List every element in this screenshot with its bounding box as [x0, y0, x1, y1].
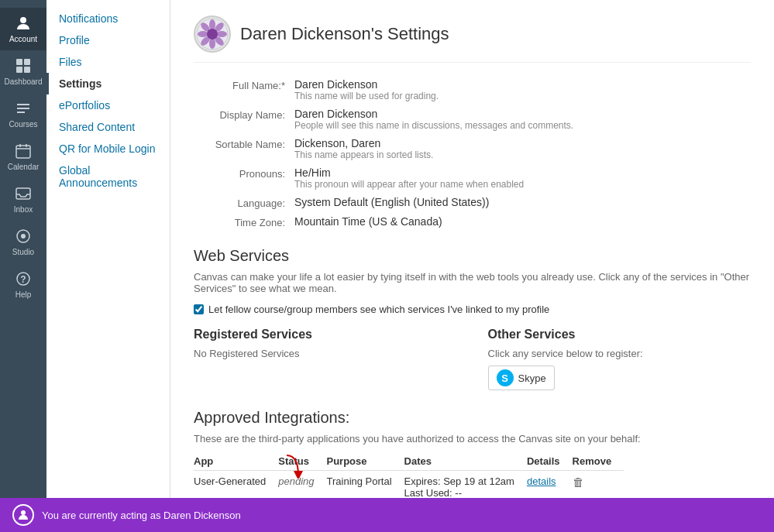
displayname-label: Display Name: [194, 108, 294, 131]
nav-account-label: Account [9, 35, 37, 44]
sortablename-label: Sortable Name: [194, 137, 294, 160]
svg-rect-8 [16, 188, 30, 199]
field-fullname: Full Name:* Daren Dickenson This name wi… [194, 78, 751, 101]
nav-rail-courses[interactable]: Courses [0, 93, 46, 136]
col-purpose: Purpose [327, 452, 404, 471]
nav-calendar-label: Calendar [8, 163, 40, 172]
cell-remove: 🗑 [573, 471, 624, 499]
last-used-text: Last Used: -- [404, 487, 514, 498]
svg-rect-3 [16, 67, 22, 73]
col-remove: Remove [573, 452, 624, 471]
field-displayname: Display Name: Daren Dickenson People wil… [194, 108, 751, 131]
dashboard-icon [14, 57, 33, 75]
other-services-title: Other Services [488, 328, 752, 342]
avatar [194, 15, 231, 53]
timezone-value: Mountain Time (US & Canada) [294, 215, 751, 228]
nav-rail-inbox[interactable]: Inbox [0, 178, 46, 221]
integrations-title: Approved Integrations: [194, 409, 751, 427]
integrations-table: App Status Purpose Dates Details Remove … [194, 452, 624, 498]
svg-rect-5 [16, 146, 30, 158]
web-services-section: Web Services Canvas can make your life a… [194, 247, 751, 390]
nav-courses-label: Courses [9, 120, 37, 129]
web-services-checkbox-row: Let fellow course/group members see whic… [194, 304, 751, 315]
nav-rail-help[interactable]: ? Help [0, 263, 46, 306]
pronouns-value: He/Him This pronoun will appear after yo… [294, 166, 751, 190]
registered-services-col: Registered Services No Registered Servic… [194, 328, 457, 390]
svg-text:?: ? [20, 274, 26, 285]
cell-dates: Expires: Sep 19 at 12am Last Used: -- [404, 471, 527, 499]
svg-point-14 [209, 19, 215, 30]
svg-rect-6 [19, 144, 21, 147]
web-services-checkbox-label: Let fellow course/group members see whic… [208, 304, 549, 315]
svg-rect-4 [24, 67, 30, 73]
svg-point-23 [21, 510, 26, 515]
table-row: User-Generated [194, 471, 624, 499]
bottom-bar-icon [12, 504, 34, 526]
sidebar-item-shared-content[interactable]: Shared Content [46, 116, 170, 138]
svg-rect-1 [16, 59, 22, 65]
svg-point-15 [209, 38, 215, 49]
delete-icon[interactable]: 🗑 [573, 475, 584, 489]
registered-services-title: Registered Services [194, 328, 457, 342]
nav-inbox-label: Inbox [14, 205, 33, 215]
courses-icon [14, 99, 33, 118]
nav-dashboard-label: Dashboard [5, 77, 43, 87]
svg-point-22 [207, 29, 218, 39]
sidebar-item-notifications[interactable]: Notifications [46, 8, 170, 29]
timezone-label: Time Zone: [194, 215, 294, 228]
nav-help-label: Help [15, 290, 32, 300]
svg-rect-7 [26, 144, 27, 147]
svg-rect-2 [24, 59, 30, 65]
svg-point-16 [198, 31, 208, 37]
bottom-bar: You are currently acting as Daren Dicken… [0, 498, 774, 532]
calendar-icon [14, 142, 33, 160]
skype-icon: S [497, 369, 514, 386]
sidebar-item-qr-mobile[interactable]: QR for Mobile Login [46, 138, 170, 160]
expires-text: Expires: Sep 19 at 12am [404, 475, 514, 487]
web-services-title: Web Services [194, 247, 751, 265]
web-services-checkbox[interactable] [194, 304, 204, 314]
col-app: App [194, 452, 278, 471]
nav-rail: Account Dashboard Courses Calendar Inbox [0, 0, 46, 498]
main-content: Daren Dickenson's Settings Full Name:* D… [170, 0, 774, 498]
inbox-icon [14, 184, 33, 203]
language-label: Language: [194, 196, 294, 209]
sortablename-value: Dickenson, Daren This name appears in so… [294, 137, 751, 160]
nav-rail-dashboard[interactable]: Dashboard [0, 50, 46, 93]
field-sortablename: Sortable Name: Dickenson, Daren This nam… [194, 137, 751, 160]
cell-status: pending [278, 471, 326, 499]
sidebar-item-settings[interactable]: Settings [46, 73, 170, 94]
fullname-value: Daren Dickenson This name will be used f… [294, 78, 751, 101]
displayname-value: Daren Dickenson People will see this nam… [294, 108, 751, 131]
integrations-section: Approved Integrations: These are the thi… [194, 409, 751, 498]
web-services-desc: Canvas can make your life a lot easier b… [194, 271, 751, 294]
web-services-columns: Registered Services No Registered Servic… [194, 328, 751, 390]
field-timezone: Time Zone: Mountain Time (US & Canada) [194, 215, 751, 228]
cell-app: User-Generated [194, 471, 278, 499]
details-link[interactable]: details [527, 475, 556, 487]
other-services-sub: Click any service below to register: [488, 348, 752, 359]
sidebar-item-eportfolios[interactable]: ePortfolios [46, 94, 170, 116]
integrations-desc: These are the third-party applications y… [194, 433, 751, 444]
sidebar-item-global-announcements[interactable]: Global Announcements [46, 160, 170, 194]
field-language: Language: System Default (English (Unite… [194, 196, 751, 209]
nav-rail-account[interactable]: Account [0, 8, 46, 50]
help-icon: ? [14, 269, 33, 288]
skype-label: Skype [518, 372, 546, 384]
sidebar: Notifications Profile Files Settings ePo… [46, 0, 170, 498]
nav-studio-label: Studio [12, 248, 34, 257]
svg-point-17 [216, 31, 227, 37]
bottom-bar-text: You are currently acting as Daren Dicken… [42, 510, 241, 521]
nav-rail-calendar[interactable]: Calendar [0, 136, 46, 178]
language-value: System Default (English (United States)) [294, 196, 751, 209]
profile-fields: Full Name:* Daren Dickenson This name wi… [194, 78, 751, 228]
svg-point-10 [21, 234, 26, 239]
sidebar-item-files[interactable]: Files [46, 51, 170, 73]
red-arrow-icon [283, 454, 306, 479]
cell-purpose: Training Portal [327, 471, 404, 499]
skype-service-button[interactable]: S Skype [488, 366, 555, 390]
page-title: Daren Dickenson's Settings [240, 24, 449, 44]
nav-rail-studio[interactable]: Studio [0, 221, 46, 263]
pronouns-label: Pronouns: [194, 166, 294, 190]
sidebar-item-profile[interactable]: Profile [46, 29, 170, 51]
